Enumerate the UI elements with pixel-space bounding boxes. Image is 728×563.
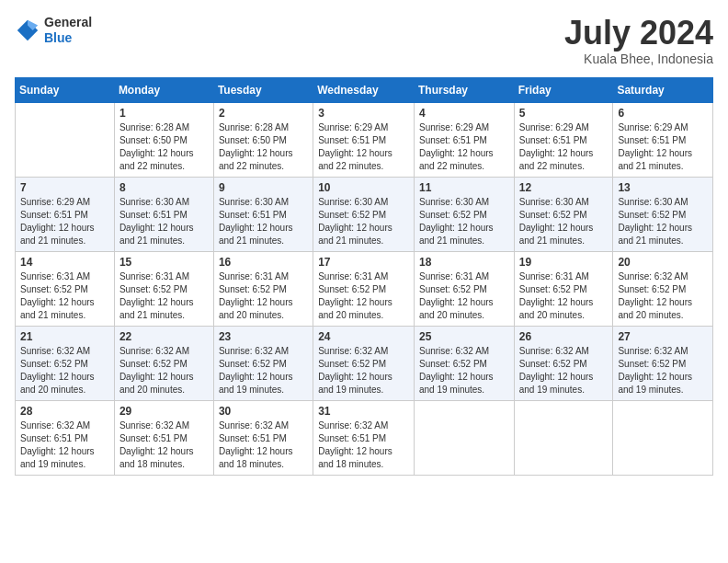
day-info: Sunrise: 6:29 AM Sunset: 6:51 PM Dayligh… — [20, 196, 109, 247]
day-number: 7 — [20, 181, 109, 194]
day-info: Sunrise: 6:30 AM Sunset: 6:51 PM Dayligh… — [219, 196, 308, 247]
day-number: 15 — [119, 256, 209, 269]
day-number: 19 — [519, 256, 609, 269]
day-cell: 15Sunrise: 6:31 AM Sunset: 6:52 PM Dayli… — [114, 251, 213, 326]
day-info: Sunrise: 6:32 AM Sunset: 6:51 PM Dayligh… — [318, 419, 409, 471]
day-number: 4 — [419, 107, 509, 120]
day-info: Sunrise: 6:32 AM Sunset: 6:51 PM Dayligh… — [219, 419, 308, 471]
day-number: 31 — [318, 405, 409, 418]
location-subtitle: Kuala Bhee, Indonesia — [564, 52, 713, 66]
day-cell: 12Sunrise: 6:30 AM Sunset: 6:52 PM Dayli… — [514, 177, 613, 251]
day-info: Sunrise: 6:29 AM Sunset: 6:51 PM Dayligh… — [519, 121, 609, 173]
day-number: 13 — [618, 181, 708, 194]
day-number: 24 — [318, 330, 409, 343]
day-cell: 10Sunrise: 6:30 AM Sunset: 6:52 PM Dayli… — [313, 177, 415, 251]
col-header-friday: Friday — [514, 77, 613, 102]
day-number: 14 — [20, 256, 109, 269]
day-number: 25 — [419, 330, 509, 343]
day-cell: 26Sunrise: 6:32 AM Sunset: 6:52 PM Dayli… — [514, 326, 613, 400]
day-cell — [514, 400, 613, 475]
day-number: 26 — [519, 330, 609, 343]
day-cell: 7Sunrise: 6:29 AM Sunset: 6:51 PM Daylig… — [16, 177, 115, 251]
day-info: Sunrise: 6:30 AM Sunset: 6:52 PM Dayligh… — [419, 196, 509, 247]
day-cell: 30Sunrise: 6:32 AM Sunset: 6:51 PM Dayli… — [213, 400, 313, 475]
day-cell: 27Sunrise: 6:32 AM Sunset: 6:52 PM Dayli… — [613, 326, 713, 400]
month-year-title: July 2024 — [564, 15, 713, 52]
day-info: Sunrise: 6:32 AM Sunset: 6:52 PM Dayligh… — [519, 345, 609, 396]
day-number: 5 — [519, 107, 609, 120]
day-number: 20 — [618, 256, 708, 269]
day-cell: 29Sunrise: 6:32 AM Sunset: 6:51 PM Dayli… — [114, 400, 213, 475]
day-cell: 3Sunrise: 6:29 AM Sunset: 6:51 PM Daylig… — [313, 102, 415, 177]
day-info: Sunrise: 6:28 AM Sunset: 6:50 PM Dayligh… — [119, 121, 209, 173]
calendar-table: SundayMondayTuesdayWednesdayThursdayFrid… — [15, 77, 713, 476]
day-info: Sunrise: 6:31 AM Sunset: 6:52 PM Dayligh… — [119, 270, 209, 322]
column-headers: SundayMondayTuesdayWednesdayThursdayFrid… — [16, 77, 713, 102]
day-cell: 24Sunrise: 6:32 AM Sunset: 6:52 PM Dayli… — [313, 326, 415, 400]
day-number: 2 — [219, 107, 308, 120]
day-number: 12 — [519, 181, 609, 194]
day-info: Sunrise: 6:29 AM Sunset: 6:51 PM Dayligh… — [618, 121, 708, 173]
logo: General Blue — [15, 15, 92, 46]
day-number: 23 — [219, 330, 308, 343]
day-number: 21 — [20, 330, 109, 343]
day-cell: 28Sunrise: 6:32 AM Sunset: 6:51 PM Dayli… — [16, 400, 115, 475]
col-header-sunday: Sunday — [16, 77, 115, 102]
day-number: 27 — [618, 330, 708, 343]
col-header-thursday: Thursday — [414, 77, 514, 102]
day-number: 29 — [119, 405, 209, 418]
day-info: Sunrise: 6:32 AM Sunset: 6:52 PM Dayligh… — [419, 345, 509, 396]
day-cell: 14Sunrise: 6:31 AM Sunset: 6:52 PM Dayli… — [16, 251, 115, 326]
day-number: 28 — [20, 405, 109, 418]
day-cell: 23Sunrise: 6:32 AM Sunset: 6:52 PM Dayli… — [213, 326, 313, 400]
day-number: 3 — [318, 107, 409, 120]
day-cell: 2Sunrise: 6:28 AM Sunset: 6:50 PM Daylig… — [213, 102, 313, 177]
day-number: 11 — [419, 181, 509, 194]
col-header-tuesday: Tuesday — [213, 77, 313, 102]
day-info: Sunrise: 6:32 AM Sunset: 6:51 PM Dayligh… — [20, 419, 109, 471]
day-number: 16 — [219, 256, 308, 269]
day-number: 10 — [318, 181, 409, 194]
day-info: Sunrise: 6:32 AM Sunset: 6:52 PM Dayligh… — [618, 270, 708, 322]
day-info: Sunrise: 6:31 AM Sunset: 6:52 PM Dayligh… — [20, 270, 109, 322]
day-cell: 31Sunrise: 6:32 AM Sunset: 6:51 PM Dayli… — [313, 400, 415, 475]
day-number: 30 — [219, 405, 308, 418]
day-number: 18 — [419, 256, 509, 269]
day-number: 8 — [119, 181, 209, 194]
week-row-1: 1Sunrise: 6:28 AM Sunset: 6:50 PM Daylig… — [16, 102, 713, 177]
day-cell: 17Sunrise: 6:31 AM Sunset: 6:52 PM Dayli… — [313, 251, 415, 326]
day-cell: 5Sunrise: 6:29 AM Sunset: 6:51 PM Daylig… — [514, 102, 613, 177]
day-info: Sunrise: 6:30 AM Sunset: 6:51 PM Dayligh… — [119, 196, 209, 247]
day-cell: 16Sunrise: 6:31 AM Sunset: 6:52 PM Dayli… — [213, 251, 313, 326]
day-cell: 1Sunrise: 6:28 AM Sunset: 6:50 PM Daylig… — [114, 102, 213, 177]
day-info: Sunrise: 6:31 AM Sunset: 6:52 PM Dayligh… — [318, 270, 409, 322]
week-row-4: 21Sunrise: 6:32 AM Sunset: 6:52 PM Dayli… — [16, 326, 713, 400]
day-cell: 20Sunrise: 6:32 AM Sunset: 6:52 PM Dayli… — [613, 251, 713, 326]
day-info: Sunrise: 6:32 AM Sunset: 6:51 PM Dayligh… — [119, 419, 209, 471]
day-info: Sunrise: 6:29 AM Sunset: 6:51 PM Dayligh… — [318, 121, 409, 173]
day-info: Sunrise: 6:29 AM Sunset: 6:51 PM Dayligh… — [419, 121, 509, 173]
day-cell: 13Sunrise: 6:30 AM Sunset: 6:52 PM Dayli… — [613, 177, 713, 251]
day-info: Sunrise: 6:32 AM Sunset: 6:52 PM Dayligh… — [618, 345, 708, 396]
day-cell: 11Sunrise: 6:30 AM Sunset: 6:52 PM Dayli… — [414, 177, 514, 251]
day-cell: 4Sunrise: 6:29 AM Sunset: 6:51 PM Daylig… — [414, 102, 514, 177]
day-cell — [16, 102, 115, 177]
week-row-3: 14Sunrise: 6:31 AM Sunset: 6:52 PM Dayli… — [16, 251, 713, 326]
col-header-monday: Monday — [114, 77, 213, 102]
day-cell: 25Sunrise: 6:32 AM Sunset: 6:52 PM Dayli… — [414, 326, 514, 400]
day-number: 22 — [119, 330, 209, 343]
day-cell: 19Sunrise: 6:31 AM Sunset: 6:52 PM Dayli… — [514, 251, 613, 326]
day-number: 17 — [318, 256, 409, 269]
day-info: Sunrise: 6:28 AM Sunset: 6:50 PM Dayligh… — [219, 121, 308, 173]
week-row-2: 7Sunrise: 6:29 AM Sunset: 6:51 PM Daylig… — [16, 177, 713, 251]
day-cell — [414, 400, 514, 475]
day-number: 9 — [219, 181, 308, 194]
logo-icon — [15, 17, 40, 43]
logo-blue: Blue — [44, 30, 92, 46]
week-row-5: 28Sunrise: 6:32 AM Sunset: 6:51 PM Dayli… — [16, 400, 713, 475]
page-header: General Blue July 2024 Kuala Bhee, Indon… — [15, 15, 713, 66]
day-info: Sunrise: 6:31 AM Sunset: 6:52 PM Dayligh… — [519, 270, 609, 322]
day-number: 6 — [618, 107, 708, 120]
logo-general: General — [44, 15, 92, 30]
day-info: Sunrise: 6:30 AM Sunset: 6:52 PM Dayligh… — [519, 196, 609, 247]
